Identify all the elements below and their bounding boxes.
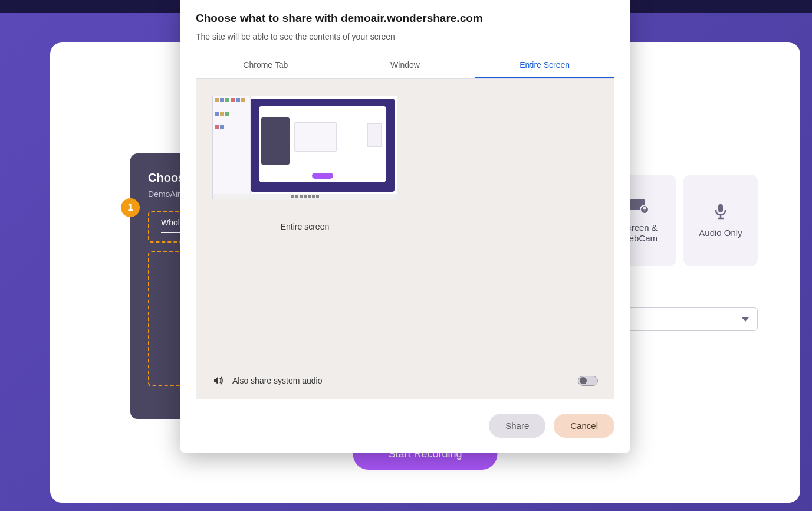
dialog-title: Choose what to share with demoair.wonder… [196,12,614,25]
option-label: Audio Only [699,228,742,238]
screen-webcam-icon [629,198,650,215]
chevron-down-icon [742,317,749,322]
system-audio-row: Also share system audio [212,365,598,389]
system-audio-label: Also share system audio [232,376,570,385]
tab-window[interactable]: Window [336,53,475,78]
share-button[interactable]: Share [489,414,545,438]
cancel-button[interactable]: Cancel [554,414,614,438]
share-tabs: Chrome Tab Window Entire Screen [196,53,614,79]
speaker-icon [212,375,224,386]
option-audio-only[interactable]: Audio Only [683,175,758,266]
screen-share-dialog: Choose what to share with demoair.wonder… [180,0,630,453]
tab-entire-screen[interactable]: Entire Screen [475,53,614,78]
screen-thumbnail-option[interactable]: Entire screen [212,96,397,231]
screen-thumbnail [212,96,397,199]
step-badge: 1 [121,198,140,217]
tab-chrome-tab[interactable]: Chrome Tab [196,53,336,78]
microphone-icon [710,203,731,221]
dialog-header: Choose what to share with demoair.wonder… [180,0,630,46]
screen-preview-area: Entire screen Also share system audio [196,79,614,399]
dialog-footer: Share Cancel [180,399,630,453]
svg-rect-3 [718,204,723,212]
dialog-subtitle: The site will be able to see the content… [196,32,614,41]
system-audio-toggle[interactable] [578,376,598,386]
thumbnail-label: Entire screen [281,222,329,231]
svg-point-2 [643,207,646,209]
